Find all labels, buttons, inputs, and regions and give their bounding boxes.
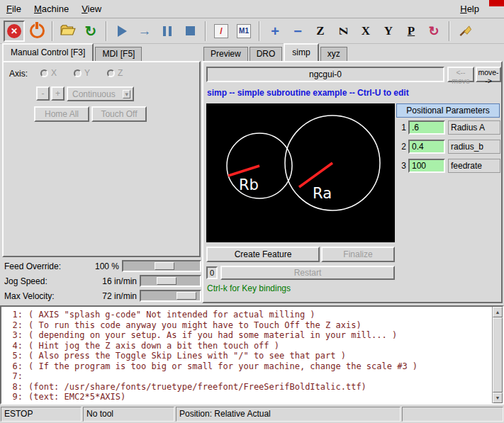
jog-minus-button[interactable]: - bbox=[36, 86, 50, 101]
slider-handle[interactable] bbox=[155, 262, 174, 270]
scroll-up-icon[interactable]: ▲ bbox=[493, 307, 503, 317]
jog-speed-slider[interactable] bbox=[140, 275, 201, 287]
view-y-button[interactable]: Y bbox=[378, 21, 399, 42]
view-p-button[interactable]: P bbox=[401, 21, 422, 42]
finalize-button[interactable]: Finalize bbox=[321, 247, 395, 262]
menu-file[interactable]: File bbox=[0, 1, 28, 17]
view-y-icon: Y bbox=[384, 24, 393, 38]
radius-b-label: Rb bbox=[239, 176, 259, 193]
zoom-in-icon: + bbox=[271, 24, 279, 38]
feed-override-label: Feed Override: bbox=[4, 261, 61, 271]
radio-icon bbox=[107, 69, 115, 77]
restart-button[interactable]: Restart bbox=[220, 266, 395, 280]
scroll-down-icon[interactable]: ▼ bbox=[493, 393, 503, 403]
step-button[interactable]: → bbox=[134, 21, 155, 42]
chevron-down-icon: ▾ bbox=[123, 90, 130, 98]
menu-help[interactable]: Help bbox=[454, 1, 486, 17]
status-tool: No tool bbox=[83, 407, 174, 422]
tab-simp[interactable]: simp bbox=[284, 43, 318, 61]
run-icon bbox=[118, 26, 127, 37]
rotate-view-button[interactable]: ↻ bbox=[423, 21, 444, 42]
slider-handle[interactable] bbox=[177, 292, 196, 300]
gcode-line: 4:( Hint jog the Z axis down a bit then … bbox=[4, 341, 488, 351]
param-entry-feedrate[interactable] bbox=[408, 159, 445, 173]
estop-icon: ✕ bbox=[7, 24, 21, 38]
move-left-button[interactable]: <--move bbox=[447, 67, 474, 82]
toolbar-separator bbox=[449, 21, 450, 41]
right-tabs: Preview DRO simp xyz bbox=[203, 45, 349, 61]
reload-button[interactable]: ↻ bbox=[80, 21, 101, 42]
open-folder-icon bbox=[60, 24, 76, 38]
slider-handle[interactable] bbox=[157, 277, 177, 285]
param-number: 2 bbox=[396, 140, 406, 154]
open-file-button[interactable] bbox=[57, 21, 79, 42]
gcode-line: 2:( To run this code anyway you might ha… bbox=[4, 320, 488, 331]
param-entry-radius-b[interactable] bbox=[408, 140, 445, 154]
radius-a-label: Ra bbox=[313, 185, 332, 202]
gcode-line: 9:(text: EMC2*5*AXIS) bbox=[4, 392, 488, 402]
optional-stop-button[interactable]: M1 bbox=[233, 21, 254, 42]
toggle-skip-lines-button[interactable]: / bbox=[211, 21, 232, 42]
tab-xyz[interactable]: xyz bbox=[320, 47, 347, 61]
param-entry-radius-a[interactable] bbox=[408, 120, 445, 135]
view-z-icon: Z bbox=[316, 24, 324, 38]
view-z-rotated-button[interactable]: Z bbox=[332, 21, 354, 42]
toggle-skip-lines-icon: / bbox=[214, 24, 228, 38]
gcode-line: 8:(font: /usr/share/fonts/truetype/freef… bbox=[4, 382, 488, 393]
view-x-button[interactable]: X bbox=[355, 21, 376, 42]
view-z-button[interactable]: Z bbox=[310, 21, 331, 42]
scrollbar-thumb[interactable] bbox=[493, 317, 503, 393]
feed-override-row: Feed Override: 100 % bbox=[0, 259, 201, 273]
menu-view[interactable]: View bbox=[75, 1, 108, 17]
preview-canvas[interactable]: Rb Ra bbox=[206, 103, 395, 242]
run-button[interactable] bbox=[111, 21, 133, 42]
create-feature-button[interactable]: Create Feature bbox=[206, 247, 320, 262]
feed-override-slider[interactable] bbox=[122, 260, 201, 272]
reload-icon: ↻ bbox=[85, 24, 97, 38]
max-velocity-label: Max Velocity: bbox=[4, 291, 55, 301]
jog-speed-row: Jog Speed: 16 in/min bbox=[0, 274, 201, 288]
gcode-line: 7: bbox=[4, 371, 488, 382]
tab-mdi[interactable]: MDI [F5] bbox=[95, 47, 142, 61]
home-all-button[interactable]: Home All bbox=[34, 106, 89, 122]
power-bar-icon bbox=[35, 22, 38, 29]
gcode-text-area[interactable]: 1:( AXIS "splash g-code" Not intended fo… bbox=[0, 305, 504, 405]
ngcgui-name-entry[interactable] bbox=[206, 67, 444, 82]
radio-icon bbox=[74, 69, 82, 77]
jog-mode-value: Continuous bbox=[72, 89, 116, 99]
jog-plus-button[interactable]: + bbox=[51, 86, 65, 101]
gcode-scrollbar[interactable]: ▲ ▼ bbox=[492, 307, 503, 403]
axis-radio-z[interactable]: Z bbox=[107, 68, 123, 78]
jog-speed-label: Jog Speed: bbox=[4, 276, 47, 286]
positional-parameters-header: Positional Parameters bbox=[396, 103, 500, 118]
param-number: 1 bbox=[396, 120, 406, 135]
gcode-line: 5:( Also press the Toggle Skip Lines wit… bbox=[4, 351, 488, 361]
axis-radio-x[interactable]: X bbox=[40, 68, 57, 78]
jog-mode-dropdown[interactable]: Continuous ▾ bbox=[67, 86, 134, 101]
toolbar-separator bbox=[259, 21, 260, 41]
radio-icon bbox=[40, 69, 48, 77]
desktop-corner-red bbox=[489, 0, 504, 6]
axis-radio-y[interactable]: Y bbox=[74, 68, 90, 78]
max-velocity-value: 72 in/min bbox=[102, 291, 137, 301]
tab-manual-control[interactable]: Manual Control [F3] bbox=[2, 43, 94, 61]
menubar: File Machine View Help bbox=[0, 0, 504, 18]
tab-dro[interactable]: DRO bbox=[250, 47, 283, 61]
move-right-button[interactable]: move--> bbox=[476, 67, 501, 82]
menu-machine[interactable]: Machine bbox=[28, 1, 75, 17]
toolbar-separator bbox=[205, 21, 206, 41]
pause-button[interactable] bbox=[157, 21, 178, 42]
rotate-view-icon: ↻ bbox=[428, 25, 439, 38]
zoom-out-button[interactable]: − bbox=[287, 21, 308, 42]
zoom-in-button[interactable]: + bbox=[264, 21, 286, 42]
key-bindings-hint: Ctrl-k for Key bindings bbox=[207, 283, 291, 293]
feed-override-value: 100 % bbox=[95, 261, 119, 271]
stop-button[interactable] bbox=[179, 21, 201, 42]
touch-off-button[interactable]: Touch Off bbox=[91, 106, 147, 122]
tab-preview[interactable]: Preview bbox=[203, 47, 248, 61]
max-velocity-slider[interactable] bbox=[140, 290, 201, 302]
machine-power-button[interactable] bbox=[26, 21, 47, 42]
clear-plot-button[interactable] bbox=[454, 21, 476, 42]
estop-button[interactable]: ✕ bbox=[4, 21, 25, 42]
restart-count: 0 bbox=[206, 266, 218, 279]
